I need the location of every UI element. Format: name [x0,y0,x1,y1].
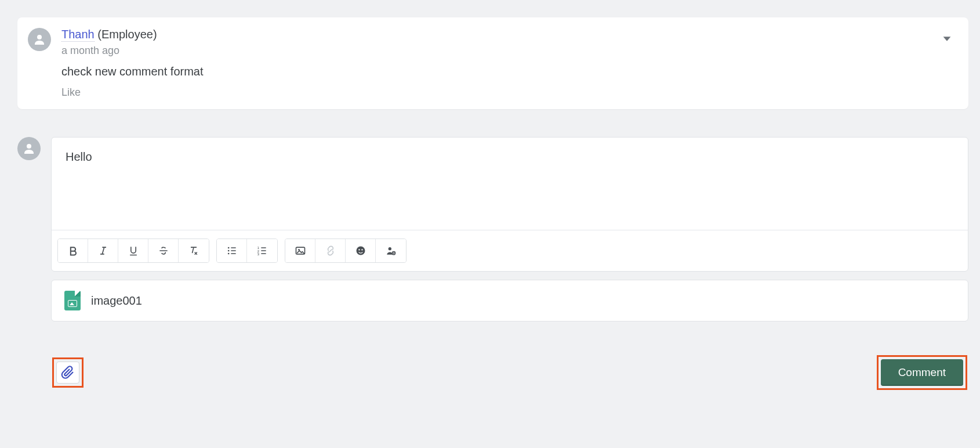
bold-button[interactable] [58,239,88,262]
svg-point-11 [358,249,360,250]
link-button[interactable] [315,239,346,262]
comment-timestamp: a month ago [61,45,952,57]
attachment-item[interactable]: image001 [51,280,968,321]
numbered-list-icon: 123 [256,245,268,256]
svg-text:3: 3 [257,252,259,256]
editor-box: Hello 123 [51,137,968,272]
attachment-filename: image001 [91,294,142,308]
author-role-text: (Employee) [97,28,157,41]
svg-point-15 [393,252,394,254]
underline-button[interactable] [118,239,148,262]
italic-button[interactable] [88,239,118,262]
bold-icon [67,245,79,256]
comment-body-text: check new comment format [61,65,952,78]
svg-point-12 [361,249,362,250]
comment-menu-button[interactable] [941,32,953,48]
italic-icon [97,245,109,256]
person-icon [32,32,46,46]
commenter-avatar [28,28,51,51]
image-icon [295,245,306,256]
person-icon [22,142,36,156]
bullet-list-icon [226,245,238,256]
svg-point-10 [356,247,365,255]
attach-highlight [52,357,84,388]
comment-card: Thanh (Employee) a month ago check new c… [17,17,968,109]
emoji-button[interactable] [346,239,376,262]
underline-icon [128,245,139,256]
clear-format-button[interactable] [179,239,209,262]
clear-format-icon [188,245,199,256]
bullet-list-button[interactable] [217,239,247,262]
svg-point-1 [27,144,31,149]
editor-toolbar: 123 [52,230,968,271]
mention-button[interactable] [376,239,406,262]
svg-point-13 [389,247,391,250]
paperclip-icon [61,366,75,380]
composer-actions: Comment [51,321,968,390]
strikethrough-icon [158,245,169,256]
image-file-icon [64,291,81,310]
svg-point-0 [37,35,42,39]
composer-row: Hello 123 [17,137,968,390]
svg-point-4 [227,253,229,255]
comment-editor[interactable]: Hello [52,138,968,230]
like-action[interactable]: Like [61,86,952,99]
current-user-avatar [17,137,41,160]
caret-down-icon [941,32,953,45]
strikethrough-button[interactable] [148,239,179,262]
mention-icon [385,245,397,256]
submit-highlight: Comment [877,355,967,390]
submit-comment-button[interactable]: Comment [881,359,963,386]
numbered-list-button[interactable]: 123 [247,239,277,262]
svg-point-2 [227,247,229,249]
author-line: Thanh (Employee) [61,28,952,41]
emoji-icon [355,245,366,256]
author-link[interactable]: Thanh [61,28,95,42]
svg-point-3 [227,250,229,252]
link-icon [325,245,336,256]
image-button[interactable] [285,239,315,262]
attach-file-button[interactable] [56,362,79,384]
